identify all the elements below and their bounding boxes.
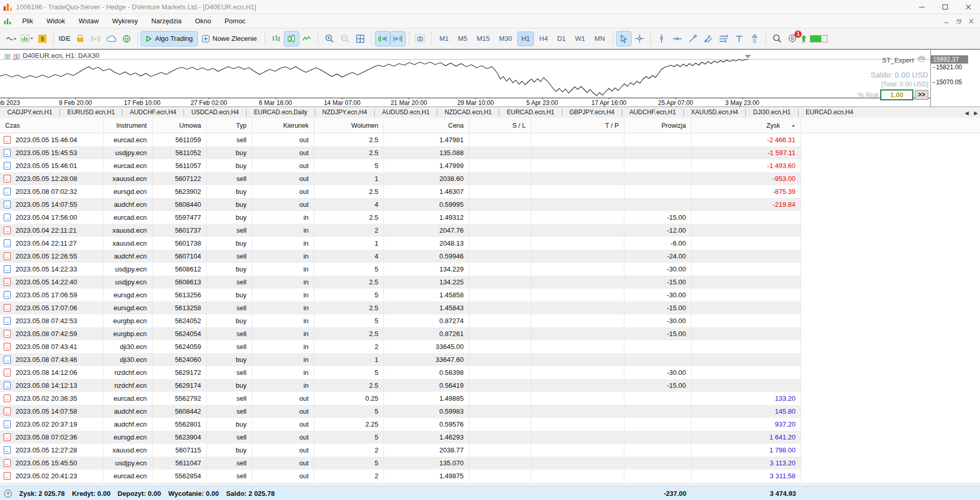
risk-apply-button[interactable]: >>	[915, 90, 928, 100]
table-row[interactable]: →2023.05.08 07:43:41dji30.ecn5624059sell…	[0, 340, 980, 353]
column-header-wolumen[interactable]: Wolumen	[314, 118, 384, 133]
auto-scroll-button[interactable]	[391, 32, 405, 46]
timeframe-h4-button[interactable]: H4	[535, 32, 552, 46]
column-header-kierunek[interactable]: Kierunek	[252, 118, 314, 133]
table-row[interactable]: ←2023.05.05 12:28:08xauusd.ecn5607122sel…	[0, 172, 980, 185]
summary-plus-icon[interactable]: +	[4, 490, 12, 497]
ide-button[interactable]: IDE	[57, 32, 72, 46]
screenshot-button[interactable]	[413, 32, 427, 46]
menu-item-wykresy[interactable]: Wykresy	[105, 14, 145, 28]
table-row[interactable]: →2023.05.05 12:26:55audchf.ecn5607104sel…	[0, 250, 980, 263]
chart-tab-eurcad[interactable]: EURCAD.ecn,Daily	[247, 107, 314, 118]
time-axis-label[interactable]: 6 Mar 16:00	[259, 99, 292, 107]
table-row[interactable]: →2023.05.08 07:42:59eurgbp.ecn5624054sel…	[0, 327, 980, 340]
chart-tab-eurcad[interactable]: EURCAD.ecn,H1	[499, 107, 561, 118]
table-row[interactable]: →2023.05.04 17:56:00eurcad.ecn5597477buy…	[0, 211, 980, 224]
table-row[interactable]: →2023.05.05 17:06:59eursgd.ecn5613256buy…	[0, 289, 980, 301]
menu-item-narzędzia[interactable]: Narzędzia	[145, 14, 189, 28]
window-maximize-button[interactable]	[933, 0, 957, 14]
table-row[interactable]: ←2023.05.08 07:02:36eursgd.ecn5623904sel…	[0, 431, 980, 444]
chart-tab-xauusd[interactable]: XAUUSD.ecn,H4	[684, 107, 745, 118]
timeframe-m5-button[interactable]: M5	[454, 32, 471, 46]
arrows-tool[interactable]	[747, 32, 762, 46]
chart-tab-gbpjpy[interactable]: GBPJPY.ecn,H4	[562, 107, 622, 118]
timeframe-m30-button[interactable]: M30	[495, 32, 515, 46]
table-row[interactable]: ←2023.05.05 14:07:55audchf.ecn5608440buy…	[0, 198, 980, 211]
new-order-button[interactable]: Nowe Zlecenie	[197, 32, 262, 46]
column-header-czas[interactable]: Czas	[0, 118, 103, 133]
price-chart[interactable]	[0, 50, 930, 107]
cursor-tool-button[interactable]	[617, 32, 631, 46]
chart-tab-cadjpy[interactable]: CADJPY.ecn,H1	[0, 107, 59, 118]
window-close-button[interactable]	[957, 0, 980, 14]
table-row[interactable]: ←2023.05.05 12:27:28xauusd.ecn5607115buy…	[0, 444, 980, 457]
crosshair-tool-button[interactable]	[632, 32, 647, 46]
chart-candles-icon[interactable]	[13, 53, 20, 59]
timeframe-m15-button[interactable]: M15	[473, 32, 493, 46]
chart-tab-audusd[interactable]: AUDUSD.ecn,H1	[375, 107, 437, 118]
table-row[interactable]: ←2023.05.05 15:45:50usdjpy.ecn5611047sel…	[0, 457, 980, 469]
sort-arrow-icon[interactable]: ▲	[791, 123, 795, 128]
menu-item-wstaw[interactable]: Wstaw	[72, 14, 105, 28]
notifications-icon[interactable]: 1	[785, 32, 800, 46]
table-row[interactable]: →2023.05.04 22:11:27xauusd.ecn5601738buy…	[0, 237, 980, 250]
risk-input[interactable]: 1.00	[881, 90, 913, 100]
search-icon[interactable]	[770, 32, 784, 46]
table-row[interactable]: ←2023.05.05 15:46:04eurcad.ecn5611059sel…	[0, 133, 980, 146]
table-row[interactable]: ←2023.05.05 14:07:58audchf.ecn5608442sel…	[0, 405, 980, 418]
table-row[interactable]: ←2023.05.05 15:46:01eurcad.ecn5611057buy…	[0, 159, 980, 172]
time-axis-label[interactable]: 17 Feb 10:00	[124, 99, 161, 107]
community-icon[interactable]	[119, 32, 134, 46]
expert-cap-icon[interactable]	[917, 55, 926, 65]
timeframe-w1-button[interactable]: W1	[572, 32, 589, 46]
window-minimize-button[interactable]	[910, 0, 933, 14]
time-axis-label[interactable]: 5 Apr 23:00	[526, 99, 558, 107]
algo-trading-button[interactable]: Algo Trading	[141, 32, 197, 46]
chart-tab-nzdcad[interactable]: NZDCAD.ecn,H1	[437, 107, 499, 118]
time-axis-label[interactable]: 14 Mar 07:00	[324, 99, 361, 107]
chart-tab-eurcad[interactable]: EURCAD.ecn,H4	[799, 107, 861, 118]
chart-window[interactable]: D40EUR.ecn, H1: DAX30 ST_Expert Saldo: 0…	[0, 49, 980, 107]
timeframe-d1-button[interactable]: D1	[554, 32, 570, 46]
timeframe-m1-button[interactable]: M1	[436, 32, 452, 46]
table-row[interactable]: ←2023.05.02 20:36:35eurcad.ecn5562792sel…	[0, 392, 980, 405]
column-header-tp[interactable]: T / P	[531, 118, 624, 133]
cloud-icon[interactable]	[104, 32, 118, 46]
vertical-line-tool[interactable]	[654, 32, 669, 46]
column-header-cena[interactable]: Cena	[384, 118, 469, 133]
column-header-typ[interactable]: Typ	[207, 118, 252, 133]
time-axis-label[interactable]: 9 Feb 20:00	[59, 99, 92, 107]
tabs-scroll-left-button[interactable]: ◀	[965, 110, 969, 116]
column-header-instrument[interactable]: Instrument	[103, 118, 152, 133]
menu-item-pomoc[interactable]: Pomoc	[218, 14, 252, 28]
time-axis-label[interactable]: 25 Apr 07:00	[658, 99, 693, 107]
column-header-umowa[interactable]: Umowa	[152, 118, 207, 133]
text-tool[interactable]	[732, 32, 746, 46]
fibonacci-tool[interactable]	[716, 32, 731, 46]
time-axis-label[interactable]: 27 Feb 02:00	[191, 99, 227, 107]
bar-chart-type-button[interactable]	[269, 32, 283, 46]
chart-tab-nzdjpy[interactable]: NZDJPY.ecn,H4	[315, 107, 374, 118]
menu-item-okno[interactable]: Okno	[188, 14, 218, 28]
trendline-tool[interactable]	[685, 32, 700, 46]
chart-tab-eurusd[interactable]: EURUSD.ecn,H1	[60, 107, 122, 118]
market-store-icon[interactable]	[73, 32, 87, 46]
table-row[interactable]: →2023.05.04 22:11:21xauusd.ecn5601737sel…	[0, 224, 980, 237]
time-axis-label[interactable]: 17 Apr 16:00	[591, 99, 626, 107]
line-chart-type-button[interactable]	[300, 32, 314, 46]
time-axis-label[interactable]: 3 May 23:00	[725, 99, 759, 107]
table-row[interactable]: →2023.05.05 14:22:40usdjpy.ecn5608613sel…	[0, 276, 980, 289]
chart-list-icon[interactable]	[4, 53, 11, 59]
child-minimize-button[interactable]	[941, 16, 952, 26]
menu-item-plik[interactable]: Plik	[16, 14, 40, 28]
child-close-button[interactable]	[966, 16, 977, 26]
table-row[interactable]: ←2023.05.05 15:45:53usdjpy.ecn5611052buy…	[0, 146, 980, 159]
timeframe-h1-button[interactable]: H1	[518, 32, 534, 46]
table-row[interactable]: →2023.05.05 17:07:06eursgd.ecn5613258sel…	[0, 301, 980, 314]
column-header-zysk[interactable]: Zysk▲	[692, 118, 801, 133]
menu-item-widok[interactable]: Widok	[40, 14, 72, 28]
column-header-prowizja[interactable]: Prowizja	[624, 118, 692, 133]
table-row[interactable]: →2023.05.08 14:12:13nzdchf.ecn5629174buy…	[0, 379, 980, 392]
horizontal-line-tool[interactable]	[670, 32, 684, 46]
tile-windows-button[interactable]	[353, 32, 368, 46]
